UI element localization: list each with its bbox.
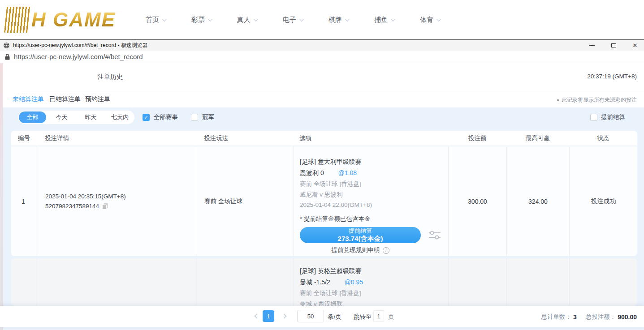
chevron-down-icon: [391, 17, 395, 21]
total-count-label: 总计单数：: [541, 313, 571, 321]
chevron-down-icon: [437, 17, 441, 21]
date-filter-today[interactable]: 今天: [47, 111, 76, 124]
cashout-slider-icon[interactable]: [428, 229, 441, 241]
date-filter-7days[interactable]: 七天内: [105, 111, 134, 124]
tab-unsettled-bets[interactable]: 未结算注单: [13, 95, 44, 103]
nav-label: 捕鱼: [374, 16, 388, 24]
close-button[interactable]: ✕: [631, 40, 640, 51]
odds-value: @1.08: [338, 169, 357, 176]
chevron-down-icon: [208, 17, 212, 21]
all-events-checkbox[interactable]: ✓: [143, 114, 150, 121]
maximize-icon: [611, 43, 616, 47]
table-row: 1 2025-01-04 20:35:15(GMT+8) 52079823475…: [11, 146, 637, 256]
total-amount-value: 900.00: [618, 313, 637, 321]
selection-cell: [足球] 英格兰超级联赛 曼城 -1.5/2 @0.95 赛前 全场让球 [香港…: [294, 258, 448, 306]
browser-urlbar[interactable]: https://user-pc-new.jylywl.com/#/bet_rec…: [0, 51, 644, 63]
bet-time: 2025-01-04 20:35:15(GMT+8): [45, 193, 196, 200]
site-logo[interactable]: H GAME: [5, 6, 116, 34]
bet-id: 5207982347589144: [45, 203, 99, 210]
champion-checkbox[interactable]: [191, 114, 198, 121]
chevron-down-icon: [162, 17, 167, 21]
check-icon: ✓: [144, 115, 148, 120]
bet-detail-cell: 2025-01-04 20:35:15(GMT+8) 5207982347589…: [36, 146, 196, 256]
main-nav: 首页 彩票 真人 电子 棋牌 捕鱼: [146, 0, 440, 39]
pick-name: 曼城 -1.5/2: [300, 279, 330, 286]
bet-amount-cell: [448, 258, 506, 306]
jump-page-input[interactable]: [373, 310, 384, 322]
header-bet-detail: 投注详情: [36, 134, 196, 142]
current-time: 20:37:19 (GMT+8): [587, 73, 637, 80]
window-left-edge: [0, 63, 3, 330]
url-text: https://user-pc-new.jylywl.com/#/bet_rec…: [14, 53, 143, 60]
date-filter-yesterday[interactable]: 昨天: [76, 111, 105, 124]
maximize-button[interactable]: [609, 40, 618, 51]
minimize-button[interactable]: [588, 40, 596, 51]
early-settlement-label: 提前结算: [601, 113, 625, 121]
page-unit-label: 页: [388, 313, 394, 321]
logo-text: H GAME: [31, 9, 116, 31]
close-icon: ✕: [633, 43, 638, 48]
nav-label: 首页: [146, 16, 159, 24]
nav-item-chess[interactable]: 棋牌: [328, 16, 348, 24]
cashout-note: * 提前结算金额已包含本金: [300, 215, 442, 223]
cashout-rule-link[interactable]: 提前兑现规则申明 i: [300, 246, 421, 254]
nav-item-live[interactable]: 真人: [237, 16, 257, 24]
header-bet-type: 投注玩法: [196, 134, 294, 142]
bet-amount-cell: 300.00: [448, 146, 506, 256]
row-number: 1: [11, 146, 36, 256]
site-header: H GAME 首页 彩票 真人 电子 棋牌: [0, 0, 644, 39]
header-max-win: 最高可赢: [506, 134, 569, 142]
total-amount-label: 总投注额：: [586, 313, 616, 321]
copy-icon[interactable]: [102, 203, 108, 210]
tab-settled-bets[interactable]: 已结算注单: [49, 95, 81, 103]
early-settlement-filter: 提前结算: [590, 111, 625, 124]
row-number: [11, 258, 36, 306]
bet-type-cell: [196, 258, 294, 306]
lock-icon: [5, 54, 10, 60]
window-controls: ✕: [588, 40, 640, 51]
market-name: 赛前 全场让球 [香港盘]: [300, 180, 442, 188]
cashout-button-amount: 273.74(含本金): [338, 235, 383, 242]
status-cell: [569, 258, 637, 306]
champion-label: 冠军: [202, 113, 214, 121]
date-filter-all[interactable]: 全部: [19, 111, 46, 123]
chevron-down-icon: [254, 17, 258, 21]
page-size-input[interactable]: [297, 310, 324, 322]
cashout-button-label: 提前结算: [349, 228, 372, 235]
nav-label: 体育: [420, 16, 433, 24]
pick-name: 恩波利 0: [300, 169, 324, 176]
nav-label: 彩票: [191, 16, 205, 24]
window-title: https://user-pc-new.jylywl.com/#/bet_rec…: [13, 42, 148, 49]
early-settlement-checkbox[interactable]: [590, 114, 597, 121]
header-status: 状态: [569, 134, 637, 142]
page-number-button[interactable]: 1: [263, 310, 274, 322]
nav-item-home[interactable]: 首页: [146, 16, 165, 24]
globe-icon: [4, 43, 9, 48]
event-filter-group: ✓ 全部赛事 冠军: [143, 111, 214, 124]
nav-item-slots[interactable]: 电子: [283, 16, 303, 24]
bet-detail-cell: [36, 258, 196, 306]
date-range-segmented-control: 全部 今天 昨天 七天内: [18, 111, 134, 124]
unsettled-note: 此记录将显示所有未派彩的投注: [557, 96, 637, 104]
cashout-button[interactable]: 提前结算 273.74(含本金): [300, 227, 421, 243]
nav-item-sports[interactable]: 体育: [420, 16, 440, 24]
per-page-label: 条/页: [328, 313, 341, 321]
nav-label: 电子: [283, 16, 296, 24]
league-name: [足球] 英格兰超级联赛: [300, 267, 442, 275]
table-header-row: 编号 投注详情 投注玩法 选项 投注额 最高可赢 状态: [11, 131, 637, 146]
max-win-cell: 324.00: [506, 146, 569, 256]
total-count-value: 3: [573, 313, 577, 321]
totals-summary: 总计单数： 3 总投注额： 900.00: [541, 313, 637, 321]
tab-reserved-bets[interactable]: 预约注单: [85, 95, 110, 103]
cashout-rule-text: 提前兑现规则申明: [332, 246, 380, 254]
minimize-icon: [589, 45, 595, 46]
match-time: 2025-01-04 22:00(GMT+8): [300, 201, 442, 208]
nav-item-fishing[interactable]: 捕鱼: [374, 16, 394, 24]
nav-label: 真人: [237, 16, 251, 24]
chevron-down-icon: [345, 17, 350, 21]
all-events-label: 全部赛事: [154, 113, 178, 121]
note-bullet-icon: [557, 99, 559, 101]
nav-item-lottery[interactable]: 彩票: [191, 16, 211, 24]
chevron-down-icon: [299, 17, 304, 21]
browser-titlebar: https://user-pc-new.jylywl.com/#/bet_rec…: [0, 39, 644, 51]
